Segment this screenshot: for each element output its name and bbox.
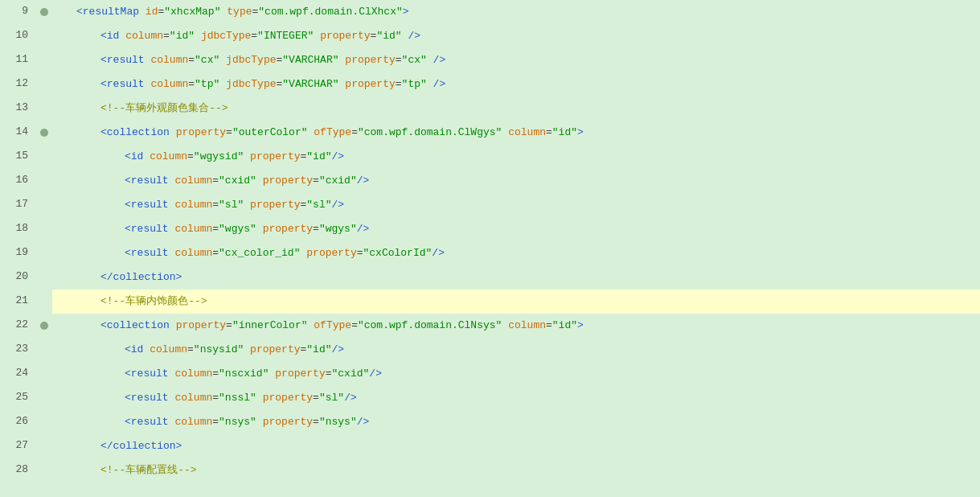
line-content: <result column="cx" jdbcType="VARCHAR" p… [52,48,980,72]
line-content: <result column="nsys" property="nsys"/> [52,410,980,434]
line-number: 21 [0,290,36,314]
table-row: 14<collection property="outerColor" ofTy… [0,121,980,145]
table-row: 24<result column="nscxid" property="cxid… [0,362,980,386]
line-gutter [36,193,52,217]
table-row: 22<collection property="innerColor" ofTy… [0,314,980,338]
line-number: 22 [0,314,36,338]
line-number: 24 [0,362,36,386]
line-gutter [36,145,52,169]
line-content: <id column="nsysid" property="id"/> [52,338,980,362]
line-number: 27 [0,434,36,458]
table-row: 11<result column="cx" jdbcType="VARCHAR"… [0,48,980,72]
table-row: 19<result column="cx_color_id" property=… [0,241,980,265]
line-number: 25 [0,386,36,410]
line-gutter [36,217,52,241]
line-content: <!--车辆内饰颜色--> [52,290,980,314]
table-row: 20</collection> [0,265,980,290]
line-content: <!--车辆配置线--> [52,458,980,483]
line-gutter [36,0,52,24]
line-number: 28 [0,458,36,483]
line-gutter [36,290,52,314]
line-gutter [36,121,52,145]
table-row: 23<id column="nsysid" property="id"/> [0,338,980,362]
line-gutter [36,97,52,121]
line-content: <collection property="innerColor" ofType… [52,314,980,338]
line-gutter [36,458,52,483]
line-number: 20 [0,265,36,290]
line-number: 23 [0,338,36,362]
line-content: </collection> [52,434,980,458]
line-content: <collection property="outerColor" ofType… [52,121,980,145]
line-gutter [36,241,52,265]
line-content: <!--车辆外观颜色集合--> [52,97,980,121]
line-content: <id column="wgysid" property="id"/> [52,145,980,169]
line-gutter [36,48,52,72]
line-gutter [36,314,52,338]
line-gutter [36,362,52,386]
line-gutter [36,386,52,410]
table-row: 12<result column="tp" jdbcType="VARCHAR"… [0,72,980,97]
table-row: 18<result column="wgys" property="wgys"/… [0,217,980,241]
line-number: 18 [0,217,36,241]
line-gutter [36,434,52,458]
line-content: <result column="cx_color_id" property="c… [52,241,980,265]
fold-icon[interactable] [40,8,48,16]
line-content: <resultMap id="xhcxMap" type="com.wpf.do… [52,0,980,24]
line-number: 14 [0,121,36,145]
line-number: 26 [0,410,36,434]
table-row: 27</collection> [0,434,980,458]
line-gutter [36,338,52,362]
line-content: <id column="id" jdbcType="INTEGER" prope… [52,24,980,48]
table-row: 9<resultMap id="xhcxMap" type="com.wpf.d… [0,0,980,24]
table-row: 28<!--车辆配置线--> [0,458,980,483]
line-content: <result column="tp" jdbcType="VARCHAR" p… [52,72,980,97]
fold-icon[interactable] [40,129,48,137]
line-gutter [36,410,52,434]
line-number: 16 [0,169,36,193]
table-row: 26<result column="nsys" property="nsys"/… [0,410,980,434]
table-row: 10<id column="id" jdbcType="INTEGER" pro… [0,24,980,48]
line-number: 11 [0,48,36,72]
line-gutter [36,169,52,193]
table-row: 25<result column="nssl" property="sl"/> [0,386,980,410]
code-editor: 9<resultMap id="xhcxMap" type="com.wpf.d… [0,0,980,497]
fold-icon[interactable] [40,322,48,330]
line-content: <result column="wgys" property="wgys"/> [52,217,980,241]
line-gutter [36,24,52,48]
line-number: 15 [0,145,36,169]
line-number: 13 [0,97,36,121]
line-content: <result column="cxid" property="cxid"/> [52,169,980,193]
line-number: 19 [0,241,36,265]
line-gutter [36,265,52,290]
line-number: 10 [0,24,36,48]
line-content: <result column="nssl" property="sl"/> [52,386,980,410]
line-content: <result column="nscxid" property="cxid"/… [52,362,980,386]
line-gutter [36,72,52,97]
table-row: 21<!--车辆内饰颜色--> [0,290,980,314]
line-number: 17 [0,193,36,217]
line-content: <result column="sl" property="sl"/> [52,193,980,217]
table-row: 17<result column="sl" property="sl"/> [0,193,980,217]
line-number: 9 [0,0,36,24]
line-content: </collection> [52,265,980,290]
table-row: 13<!--车辆外观颜色集合--> [0,97,980,121]
table-row: 15<id column="wgysid" property="id"/> [0,145,980,169]
table-row: 16<result column="cxid" property="cxid"/… [0,169,980,193]
line-number: 12 [0,72,36,97]
